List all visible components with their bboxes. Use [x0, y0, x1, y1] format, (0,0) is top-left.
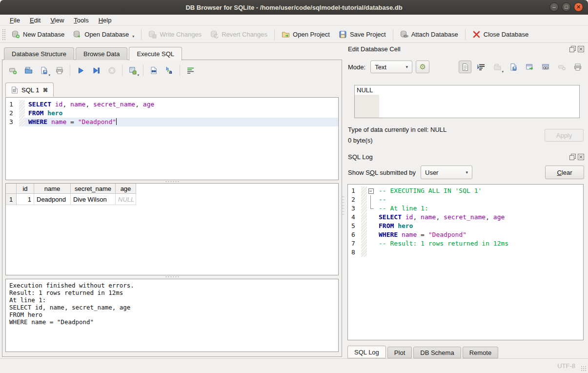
- table-cell[interactable]: Deadpond: [34, 194, 71, 205]
- set-null-icon[interactable]: [555, 61, 568, 73]
- line-number: 7: [348, 239, 361, 248]
- open-database-button[interactable]: Open Database▾: [69, 28, 139, 41]
- row-header[interactable]: 1: [6, 194, 17, 205]
- apply-button[interactable]: Apply: [545, 129, 584, 142]
- auto-complete-icon[interactable]: ba: [163, 64, 176, 77]
- stop-execution-icon[interactable]: [105, 64, 118, 77]
- word-wrap-icon[interactable]: [184, 64, 197, 77]
- column-header-age[interactable]: age: [116, 184, 136, 194]
- execution-output[interactable]: Execution finished without errors. Resul…: [5, 279, 339, 352]
- save-sql-file-icon[interactable]: ▾: [38, 64, 50, 77]
- code-line: 8: [348, 248, 583, 257]
- open-project-button-icon: [282, 30, 290, 39]
- auto-apply-gear-icon[interactable]: ⚙: [416, 61, 429, 73]
- sql-log-view[interactable]: 1-- EXECUTING ALL IN 'SQL 1'2--3-- At li…: [347, 184, 584, 340]
- maximize-button[interactable]: □: [562, 2, 571, 12]
- code-text: SELECT id, name, secret_name, age: [25, 100, 338, 109]
- gutter-hatch: [361, 239, 367, 248]
- log-filter-select[interactable]: User▾: [421, 166, 472, 179]
- sql-tab[interactable]: SQL 1 ✖: [5, 83, 54, 97]
- code-text: -- Result: 1 rows returned in 12ms: [375, 239, 583, 248]
- column-header-secret_name[interactable]: secret_name: [71, 184, 116, 194]
- code-line: 1SELECT id, name, secret_name, age: [6, 100, 338, 109]
- open-project-button[interactable]: Open Project: [277, 28, 334, 41]
- text-cursor: [116, 118, 117, 125]
- attach-database-button-icon: [400, 30, 408, 39]
- menu-tools[interactable]: Tools: [69, 16, 93, 25]
- tab-execute-sql[interactable]: Execute SQL: [129, 47, 182, 61]
- dock-tab-db-schema[interactable]: DB Schema: [413, 347, 461, 358]
- minimize-button[interactable]: –: [549, 2, 559, 12]
- close-button[interactable]: ✕: [574, 2, 583, 12]
- dock-tab-sql-log[interactable]: SQL Log: [347, 346, 386, 358]
- attach-database-button[interactable]: Attach Database: [396, 28, 463, 41]
- sql-toolbar: ▾▾ba: [6, 63, 197, 77]
- window-title: DB Browser for SQLite - /home/user/code/…: [185, 4, 402, 11]
- table-cell[interactable]: 1: [17, 194, 34, 205]
- menu-file[interactable]: File: [5, 16, 25, 25]
- mode-select[interactable]: Text▾: [370, 61, 412, 73]
- tab-browse-data[interactable]: Browse Data: [76, 47, 127, 60]
- fold-marker-start[interactable]: [367, 186, 375, 195]
- clear-log-button[interactable]: Clear: [545, 166, 584, 179]
- table-cell[interactable]: NULL: [116, 194, 136, 205]
- resize-grip[interactable]: [581, 366, 587, 372]
- table-cell[interactable]: Dive Wilson: [71, 194, 116, 205]
- sql-editor[interactable]: 1SELECT id, name, secret_name, age2FROM …: [5, 97, 339, 180]
- encoding-indicator[interactable]: UTF-8: [557, 362, 575, 370]
- close-tab-icon[interactable]: ✖: [42, 86, 48, 94]
- code-line: 2--: [348, 195, 583, 204]
- float-log-panel-icon[interactable]: [569, 154, 576, 160]
- menu-view[interactable]: View: [45, 16, 69, 25]
- toolbar-drag-handle[interactable]: [2, 29, 5, 41]
- code-text: [375, 248, 583, 257]
- cell-mode-row: Mode: Text▾ ⚙ ▾: [348, 60, 584, 74]
- gutter-hatch: [361, 186, 367, 195]
- save-project-button-icon: [339, 30, 347, 39]
- splitter-results-output[interactable]: [2, 275, 342, 278]
- open-in-external-app-icon[interactable]: [523, 61, 536, 73]
- save-results-icon[interactable]: ▾: [126, 64, 139, 77]
- find-replace-icon[interactable]: [147, 64, 160, 77]
- corner-header[interactable]: [6, 184, 17, 194]
- write-changes-button[interactable]: Write Changes: [144, 28, 206, 41]
- table-row: 11DeadpondDive WilsonNULL: [6, 194, 338, 205]
- gutter-hatch: [361, 195, 367, 204]
- sql-file-icon: [11, 86, 18, 94]
- word-wrap-cell-icon[interactable]: [475, 61, 487, 73]
- print-cell-icon[interactable]: [571, 61, 584, 73]
- close-panel-icon[interactable]: [578, 46, 584, 52]
- new-database-button[interactable]: New Database: [7, 28, 69, 41]
- print-sql-icon[interactable]: [53, 64, 66, 77]
- toolbar-separator: [393, 29, 393, 40]
- open-sql-file-icon[interactable]: [22, 64, 35, 77]
- close-database-button[interactable]: Close Database: [468, 28, 533, 41]
- column-header-name[interactable]: name: [34, 184, 71, 194]
- dock-tab-plot[interactable]: Plot: [387, 347, 412, 358]
- menu-help[interactable]: Help: [94, 16, 117, 25]
- save-project-button[interactable]: Save Project: [334, 28, 390, 41]
- text-display-mode-icon[interactable]: [459, 61, 471, 73]
- open-sql-tab-icon[interactable]: [6, 64, 19, 77]
- dock-tab-remote[interactable]: Remote: [463, 347, 499, 358]
- execute-current-line-icon[interactable]: [90, 64, 102, 77]
- results-table[interactable]: idnamesecret_nameage11DeadpondDive Wilso…: [5, 183, 339, 275]
- code-line: 5FROM hero: [348, 222, 583, 230]
- right-pane: Edit Database Cell Mode: Text▾ ⚙ ▾ NULL …: [344, 43, 588, 358]
- open-database-button-dropdown-arrow[interactable]: ▾: [132, 34, 134, 39]
- execute-all-icon[interactable]: [74, 64, 87, 77]
- gutter-hatch: [361, 230, 367, 239]
- tab-database-structure[interactable]: Database Structure: [4, 47, 74, 60]
- toolbar-separator: [122, 65, 122, 76]
- title-bar[interactable]: DB Browser for SQLite - /home/user/code/…: [0, 0, 588, 15]
- menu-edit[interactable]: Edit: [25, 16, 45, 25]
- cell-value-editor[interactable]: NULL: [354, 85, 580, 118]
- export-data-icon[interactable]: [507, 61, 520, 73]
- column-header-id[interactable]: id: [17, 184, 34, 194]
- float-panel-icon[interactable]: [569, 46, 576, 52]
- copy-link-icon[interactable]: [539, 61, 552, 73]
- gutter-hatch: [19, 100, 25, 109]
- revert-changes-button[interactable]: Revert Changes: [206, 28, 272, 41]
- import-data-icon[interactable]: ▾: [491, 61, 504, 73]
- close-log-panel-icon[interactable]: [578, 154, 584, 160]
